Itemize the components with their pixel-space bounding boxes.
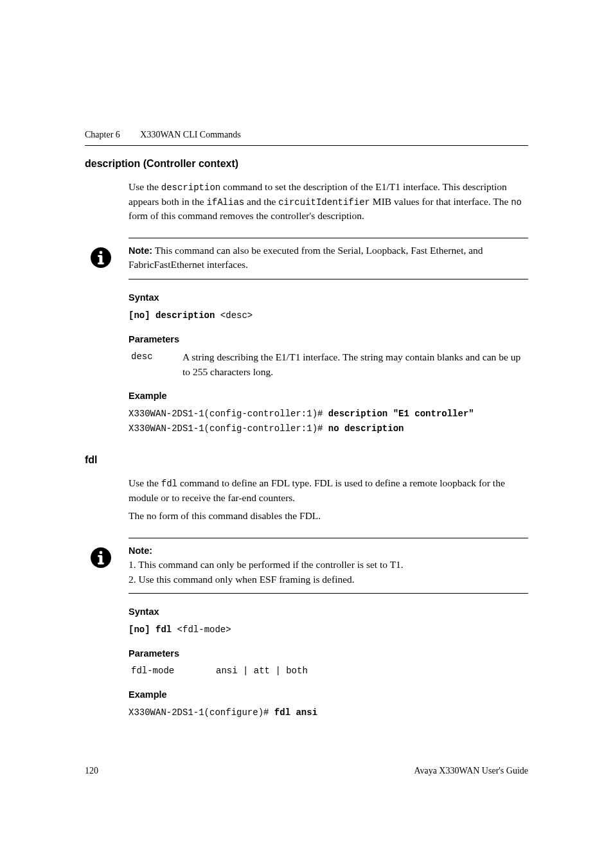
svg-rect-9: [98, 562, 104, 564]
note-rule: [129, 593, 528, 594]
section2-intro1: Use the fdl command to define an FDL typ…: [129, 476, 528, 505]
svg-rect-3: [98, 255, 100, 257]
param-desc: ansi | att | both: [216, 664, 528, 677]
syntax-line: [no] description <desc>: [129, 308, 528, 323]
example-line: X330WAN-2DS1-1(configure)# fdl ansi: [129, 705, 528, 720]
section2-intro2: The no form of this command disables the…: [129, 509, 528, 523]
note-rule: [129, 279, 528, 279]
note-block-2: Note: 1. This command can only be perfor…: [85, 538, 528, 594]
note-item-1: 1. This command can only be performed if…: [129, 558, 528, 572]
parameters-label: Parameters: [129, 647, 528, 660]
syntax-label: Syntax: [129, 605, 528, 619]
page-footer: 120 Avaya X330WAN User's Guide: [0, 765, 613, 777]
running-head: Chapter 6 X330WAN CLI Commands: [85, 128, 528, 141]
book-title: Avaya X330WAN User's Guide: [414, 765, 528, 777]
info-icon: [90, 247, 112, 269]
param-row: desc A string describing the E1/T1 inter…: [131, 350, 528, 379]
param-row: fdl-mode ansi | att | both: [131, 664, 528, 677]
page-body: Chapter 6 X330WAN CLI Commands descripti…: [0, 128, 613, 720]
svg-point-6: [100, 551, 103, 554]
page-number: 120: [85, 765, 98, 777]
svg-rect-8: [98, 555, 100, 557]
param-key: desc: [131, 350, 167, 379]
note-item-2: 2. Use this command only when ESF framin…: [129, 572, 528, 587]
example-label: Example: [129, 389, 528, 403]
section-title-description: description (Controller context): [85, 156, 528, 171]
svg-point-1: [100, 251, 103, 254]
note-label: Note:: [129, 245, 152, 256]
running-head-chapter: Chapter 6: [85, 128, 120, 141]
section-title-fdl: fdl: [85, 452, 528, 467]
parameters-label: Parameters: [129, 333, 528, 346]
rule-under-head: [85, 145, 528, 146]
running-head-title: X330WAN CLI Commands: [140, 128, 240, 141]
syntax-line: [no] fdl <fdl-mode>: [129, 623, 528, 637]
example-label: Example: [129, 688, 528, 702]
note-block-1: Note: This command can also be executed …: [85, 238, 528, 279]
example-line-2: X330WAN-2DS1-1(config-controller:1)# no …: [129, 421, 528, 436]
param-key: fdl-mode: [131, 664, 200, 677]
svg-rect-4: [98, 262, 104, 264]
section1-intro: Use the description command to set the d…: [129, 180, 528, 223]
example-line-1: X330WAN-2DS1-1(config-controller:1)# des…: [129, 407, 528, 421]
note-text: This command can also be executed from t…: [129, 245, 483, 270]
info-icon: [90, 547, 112, 569]
syntax-label: Syntax: [129, 291, 528, 305]
param-desc: A string describing the E1/T1 interface.…: [182, 350, 528, 379]
note-label: Note:: [129, 545, 152, 556]
